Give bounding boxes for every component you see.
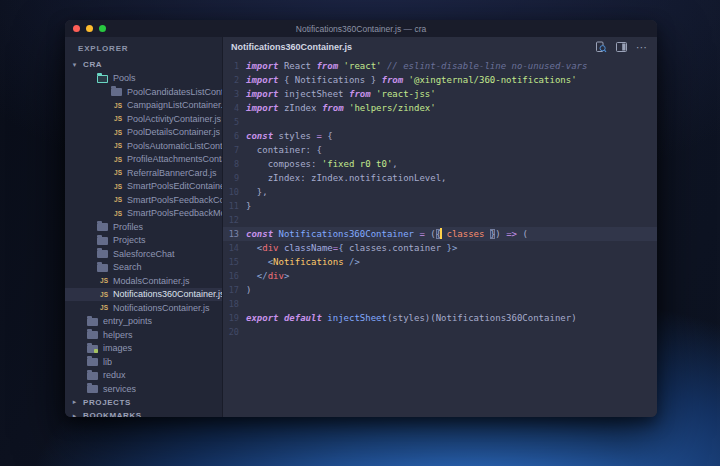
code-text: const styles = { — [239, 129, 333, 143]
code-line[interactable]: 14 <div className={ classes.container }> — [223, 241, 657, 255]
tree-item[interactable]: JSCampaignListContainer.js — [65, 99, 222, 113]
folder-icon — [97, 250, 108, 258]
tree-item-label: redux — [103, 370, 126, 380]
tree-item[interactable]: SalesforceChat — [65, 247, 222, 261]
code-line[interactable]: 8 composes: 'fixed r0 t0', — [223, 157, 657, 171]
zoom-window-icon[interactable] — [99, 25, 106, 32]
tree-item[interactable]: JSSmartPoolsEditContainer.js — [65, 180, 222, 194]
sidebar-section[interactable]: ▸PROJECTS — [65, 396, 222, 410]
js-file-icon: JS — [111, 142, 122, 149]
tree-item[interactable]: JSReferralBannerCard.js — [65, 166, 222, 180]
js-file-icon: JS — [111, 183, 122, 190]
folder-icon — [87, 372, 98, 380]
code-line[interactable]: 2import { Notifications } from '@xingter… — [223, 73, 657, 87]
folder-icon — [87, 331, 98, 339]
code-text: const Notifications360Container = ({ cla… — [239, 227, 528, 241]
line-number: 6 — [223, 129, 239, 143]
tree-item[interactable]: lib — [65, 355, 222, 369]
line-number: 4 — [223, 101, 239, 115]
line-number: 1 — [223, 59, 239, 73]
tree-item[interactable]: helpers — [65, 328, 222, 342]
tree-item-label: Profiles — [113, 222, 143, 232]
open-preview-icon[interactable] — [595, 41, 607, 53]
tree-item[interactable]: Projects — [65, 234, 222, 248]
code-line[interactable]: 4import zIndex from 'helpers/zindex' — [223, 101, 657, 115]
minimize-window-icon[interactable] — [86, 25, 93, 32]
tree-item-label: PoolActivityContainer.js — [127, 114, 221, 124]
folder-icon — [97, 237, 108, 245]
file-tree: ▾CRAPoolsPoolCandidatesListContain...JSC… — [65, 58, 222, 417]
code-line[interactable]: 20 — [223, 325, 657, 339]
tree-item[interactable]: JSSmartPoolsFeedbackConta... — [65, 193, 222, 207]
close-window-icon[interactable] — [73, 25, 80, 32]
tree-item-label: helpers — [103, 330, 133, 340]
tree-item-label: SmartPoolsEditContainer.js — [127, 181, 222, 191]
tree-item[interactable]: ▾CRA — [65, 58, 222, 72]
line-number: 9 — [223, 171, 239, 185]
traffic-lights — [65, 25, 106, 32]
title-bar: Notifications360Container.js — cra — [65, 20, 657, 37]
code-text: import React from 'react' // eslint-disa… — [239, 59, 587, 73]
line-number: 17 — [223, 283, 239, 297]
code-text: ) — [239, 283, 251, 297]
tree-item[interactable]: JSPoolDetailsContainer.js — [65, 126, 222, 140]
code-line[interactable]: 17) — [223, 283, 657, 297]
tree-item-label: NotificationsContainer.js — [113, 303, 210, 313]
code-line[interactable]: 5 — [223, 115, 657, 129]
code-line[interactable]: 18 — [223, 297, 657, 311]
code-line[interactable]: 19export default injectSheet(styles)(Not… — [223, 311, 657, 325]
tree-item[interactable]: services — [65, 382, 222, 396]
folder-icon — [87, 358, 98, 366]
tree-item[interactable]: redux — [65, 369, 222, 383]
code-line[interactable]: 13const Notifications360Container = ({ c… — [223, 227, 657, 241]
tree-item[interactable]: Search — [65, 261, 222, 275]
editor-pane: Notifications360Container.js — [223, 37, 657, 417]
tree-item[interactable]: JSProfileAttachmentsContain... — [65, 153, 222, 167]
line-number: 12 — [223, 213, 239, 227]
code-line[interactable]: 1import React from 'react' // eslint-dis… — [223, 59, 657, 73]
tree-item[interactable]: Pools — [65, 72, 222, 86]
sidebar-section[interactable]: ▸BOOKMARKS — [65, 409, 222, 417]
folder-icon — [97, 223, 108, 231]
code-line[interactable]: 11} — [223, 199, 657, 213]
line-number: 15 — [223, 255, 239, 269]
tree-item-label: Projects — [113, 235, 146, 245]
tree-item-label: SmartPoolsFeedbackModa... — [127, 208, 222, 218]
chevron-icon: ▸ — [71, 412, 78, 417]
code-text: </div> — [239, 269, 289, 283]
chevron-icon: ▾ — [71, 61, 78, 69]
code-text — [239, 115, 246, 129]
tree-item-label: ProfileAttachmentsContain... — [127, 154, 222, 164]
code-text: <Notifications /> — [239, 255, 360, 269]
tree-item[interactable]: JSPoolActivityContainer.js — [65, 112, 222, 126]
code-line[interactable]: 7 container: { — [223, 143, 657, 157]
tree-item-label: PoolDetailsContainer.js — [127, 127, 220, 137]
tree-item-label: CampaignListContainer.js — [127, 100, 222, 110]
tree-item[interactable]: PoolCandidatesListContain... — [65, 85, 222, 99]
code-text: composes: 'fixed r0 t0', — [239, 157, 398, 171]
more-actions-icon[interactable]: ⋯ — [636, 44, 648, 50]
tree-item[interactable]: JSModalsContainer.js — [65, 274, 222, 288]
tree-item-label: PoolCandidatesListContain... — [127, 87, 222, 97]
tree-item[interactable]: JSNotifications360Container.js — [65, 288, 222, 302]
tree-item[interactable]: images — [65, 342, 222, 356]
folder-icon — [87, 385, 98, 393]
code-line[interactable]: 12 — [223, 213, 657, 227]
split-editor-icon[interactable] — [616, 42, 627, 52]
line-number: 3 — [223, 87, 239, 101]
tree-item[interactable]: JSPoolsAutomaticListContain... — [65, 139, 222, 153]
tree-item[interactable]: JSSmartPoolsFeedbackModa... — [65, 207, 222, 221]
code-line[interactable]: 6const styles = { — [223, 129, 657, 143]
tree-item[interactable]: JSNotificationsContainer.js — [65, 301, 222, 315]
sidebar: EXPLORER ▾CRAPoolsPoolCandidatesListCont… — [65, 37, 223, 417]
code-line[interactable]: 9 zIndex: zIndex.notificationLevel, — [223, 171, 657, 185]
code-line[interactable]: 16 </div> — [223, 269, 657, 283]
tree-item[interactable]: Profiles — [65, 220, 222, 234]
tree-item-label: lib — [103, 357, 112, 367]
code-line[interactable]: 10 }, — [223, 185, 657, 199]
code-text — [239, 325, 246, 339]
code-line[interactable]: 3import injectSheet from 'react-jss' — [223, 87, 657, 101]
tab-active[interactable]: Notifications360Container.js — [223, 42, 352, 52]
tree-item[interactable]: entry_points — [65, 315, 222, 329]
code-line[interactable]: 15 <Notifications /> — [223, 255, 657, 269]
